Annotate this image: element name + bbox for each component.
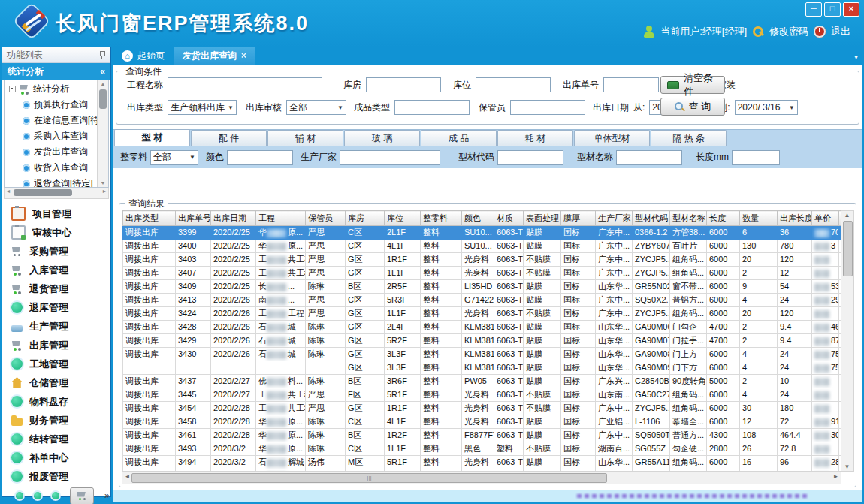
expand-icon[interactable] — [9, 86, 16, 92]
pager-cart-button[interactable] — [70, 487, 94, 504]
column-header-型材名称[interactable]: 型材名称 — [670, 211, 707, 226]
material-tab-隔热条[interactable]: 隔 热 条 — [651, 130, 727, 146]
scroll-down-icon[interactable]: ▼ — [841, 463, 853, 471]
table-row[interactable]: 调拨出库34072020/2/25工共工程严思G区1L1F整料光身料6063-T… — [123, 267, 842, 280]
keeper-input[interactable] — [510, 100, 585, 115]
maximize-button[interactable]: □ — [824, 2, 841, 17]
grid-horizontal-scrollbar[interactable]: ◄ ||| ► — [122, 471, 841, 484]
column-header-整零料[interactable]: 整零料 — [421, 211, 462, 226]
scroll-down-icon[interactable]: ▼ — [98, 180, 108, 187]
tree-vertical-scrollbar[interactable]: ▲ ▼ — [97, 80, 108, 187]
table-row[interactable]: 调拨出库34292020/2/26石城陈琳G区5R2F整料KLM38176063… — [123, 334, 842, 348]
column-header-数量[interactable]: 数量 — [740, 211, 778, 226]
table-row[interactable]: 调拨出库34582020/2/28华原...陈琳C区4L1F整料光身料6063-… — [123, 415, 842, 429]
grid-hscroll-thumb[interactable]: ||| — [131, 473, 607, 483]
sidebar-module-退货管理[interactable]: 退货管理 — [2, 279, 110, 298]
sidebar-module-生产管理[interactable]: 生产管理 — [2, 317, 110, 336]
material-tab-型材[interactable]: 型 材 — [114, 129, 190, 146]
sidebar-module-仓储管理[interactable]: 仓储管理 — [2, 373, 110, 392]
column-header-颜色[interactable]: 颜色 — [462, 211, 494, 226]
sidebar-module-出库管理[interactable]: 出库管理 — [2, 336, 110, 355]
length-input[interactable] — [732, 150, 780, 165]
project-name-input[interactable] — [168, 77, 322, 92]
column-header-生产厂家[interactable]: 生产厂家 — [596, 211, 633, 226]
section-header[interactable]: 统计分析 « — [2, 63, 110, 80]
column-header-出库类型[interactable]: 出库类型 — [123, 211, 176, 226]
column-header-出库长度[interactable]: 出库长度 — [778, 211, 812, 226]
material-tab-辅材[interactable]: 辅 材 — [267, 130, 343, 146]
audit-select[interactable]: 全部▼ — [286, 100, 346, 115]
sidebar-module-补单中心[interactable]: 补单中心 — [2, 448, 110, 467]
material-tab-成品[interactable]: 成 品 — [421, 130, 497, 146]
location-input[interactable] — [476, 77, 551, 92]
date-to-picker[interactable]: 2020/ 3/16▼ — [735, 100, 798, 115]
whole-part-select[interactable]: 全部▼ — [150, 150, 198, 165]
clear-conditions-button[interactable]: 清空条件 — [660, 76, 725, 94]
order-no-input[interactable] — [603, 77, 659, 92]
profile-code-input[interactable] — [497, 150, 563, 165]
grid-vscroll-thumb[interactable] — [843, 221, 853, 276]
tree-item-2[interactable]: 在途信息查询[待 — [5, 113, 98, 128]
column-header-工程[interactable]: 工程 — [256, 211, 306, 226]
scroll-left-icon[interactable]: ◄ — [123, 473, 131, 480]
column-header-出库单号[interactable]: 出库单号 — [176, 211, 211, 226]
sidebar-module-报废管理[interactable]: 报废管理 — [2, 467, 110, 486]
sidebar-module-入库管理[interactable]: 入库管理 — [2, 261, 110, 279]
column-header-库房[interactable]: 库房 — [346, 211, 385, 226]
pager-next-icon[interactable]: » — [104, 490, 110, 501]
sidebar-module-物料盘存[interactable]: 物料盘存 — [2, 392, 110, 411]
pager-dot-icon[interactable] — [16, 492, 23, 499]
scroll-up-icon[interactable]: ▲ — [98, 80, 108, 88]
material-tab-玻璃[interactable]: 玻 璃 — [344, 130, 420, 146]
table-row[interactable]: 调拨出库34302020/2/26石城陈琳G区3L3F整料KLM38176063… — [123, 348, 842, 361]
table-row[interactable]: 调拨出库34242020/2/26工工程严思G区1L1F整料光身料6063-T5… — [123, 307, 842, 321]
tree-item-3[interactable]: 采购入库查询 — [5, 128, 98, 144]
column-header-单价[interactable]: 单价 — [812, 211, 839, 226]
scroll-left-icon[interactable]: ◄ — [5, 189, 12, 194]
table-row[interactable]: 调拨出库34002020/2/25华原...严思C区4L1F整料SU10...6… — [123, 240, 842, 253]
tree-item-6[interactable]: 退货查询[待定] — [5, 176, 98, 187]
sidebar-module-结转管理[interactable]: 结转管理 — [2, 430, 110, 448]
pin-icon[interactable] — [98, 50, 106, 59]
collapse-icon[interactable]: « — [100, 66, 105, 77]
sidebar-module-采购管理[interactable]: 采购管理 — [2, 242, 110, 261]
vendor-input[interactable] — [340, 150, 440, 165]
sidebar-module-工地管理[interactable]: 工地管理 — [2, 355, 110, 373]
sidebar-module-退库管理[interactable]: 退库管理 — [2, 298, 110, 317]
tab-home[interactable]: ⌂起始页 — [113, 47, 174, 65]
tree-item-4[interactable]: 发货出库查询 — [5, 144, 98, 160]
column-header-型材代码[interactable]: 型材代码 — [633, 211, 670, 226]
material-tab-配件[interactable]: 配 件 — [191, 130, 267, 146]
tree-item-5[interactable]: 收货入库查询 — [5, 160, 98, 176]
tree-hscroll-thumb[interactable] — [14, 189, 72, 196]
column-header-材质[interactable]: 材质 — [494, 211, 524, 226]
column-header-库位[interactable]: 库位 — [385, 211, 421, 226]
profile-name-input[interactable] — [616, 150, 682, 165]
close-button[interactable]: × — [843, 2, 859, 17]
material-tab-单体型材[interactable]: 单体型材 — [574, 130, 650, 146]
change-password-link[interactable]: 修改密码 — [769, 25, 808, 38]
scroll-up-icon[interactable]: ▲ — [841, 211, 853, 219]
sidebar-module-项目管理[interactable]: 项目管理 — [2, 204, 110, 223]
out-type-select[interactable]: 生产领料出库▼ — [168, 100, 237, 115]
close-tab-icon[interactable]: × — [241, 50, 246, 61]
table-row[interactable]: 调拨出库34132020/2/26南...严思C区5R3F整料G71422606… — [123, 294, 842, 307]
tree-item-1[interactable]: 预算执行查询 — [5, 97, 98, 113]
tree-root-item[interactable]: 统计分析 — [5, 80, 98, 97]
table-row[interactable]: 调拨出库34932020/3/2华原...陈琳C区1L1F整料黑色塑料不贴膜国标… — [123, 442, 842, 456]
color-input[interactable] — [227, 150, 293, 165]
tree-horizontal-scrollbar[interactable]: ◄ ► — [4, 188, 109, 199]
scroll-right-icon[interactable]: ► — [101, 189, 108, 194]
column-header-膜厚[interactable]: 膜厚 — [561, 211, 596, 226]
column-header-表面处理[interactable]: 表面处理 — [524, 211, 561, 226]
sidebar-module-审核中心[interactable]: 审核中心 — [2, 223, 110, 242]
table-row[interactable]: 调拨出库34372020/2/27佛料...陈琳B区3R6F整料PW056063… — [123, 375, 842, 388]
table-row[interactable]: 调拨出库34452020/2/27工共工程严思F区5R1F整料光身料6063-T… — [123, 388, 842, 402]
column-header-出库日期[interactable]: 出库日期 — [211, 211, 256, 226]
sidebar-module-财务管理[interactable]: 财务管理 — [2, 411, 110, 430]
material-tab-耗材[interactable]: 耗 材 — [497, 130, 573, 146]
grid-vertical-scrollbar[interactable]: ▲ ▼ — [841, 210, 854, 472]
table-row[interactable]: 调拨出库34542020/2/28工共工程严思G区1R1F整料光身料6063-T… — [123, 402, 842, 415]
tab-overflow-icon[interactable]: ▾ — [854, 53, 858, 61]
scroll-right-icon[interactable]: ► — [832, 473, 840, 480]
